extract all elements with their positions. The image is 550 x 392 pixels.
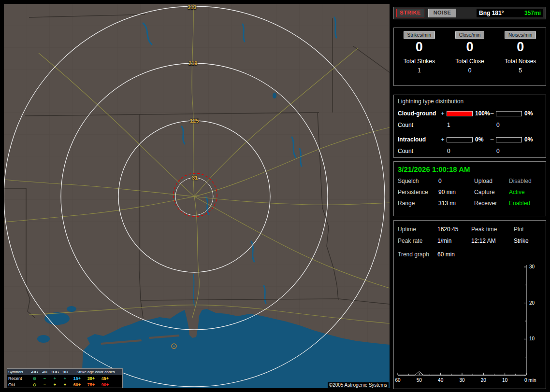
status-row: Squelch 0 Upload Disabled xyxy=(398,178,542,184)
capture-label: Capture xyxy=(474,189,509,196)
datetime-display: 3/21/2026 1:00:18 AM xyxy=(398,165,542,173)
legend-row-label: Old xyxy=(8,382,29,387)
total-noises-label: Total Noises xyxy=(505,58,536,65)
distribution-panel: Lightning type distribution Cloud-ground… xyxy=(393,95,546,158)
range-ring-label: 31 xyxy=(192,175,198,181)
legend-row-label: Recent xyxy=(8,376,29,381)
svg-text:10: 10 xyxy=(502,378,508,383)
receiver-label: Receiver xyxy=(474,200,509,207)
svg-text:20: 20 xyxy=(481,378,487,383)
strikes-per-min-value: 0 xyxy=(416,40,423,55)
neg-cg-icon: ⊖ xyxy=(29,376,40,381)
neg-ic-icon: − xyxy=(40,376,50,381)
noise-button[interactable]: NOISE xyxy=(428,9,456,17)
age-code: 75+ xyxy=(84,382,98,387)
strikes-column: Strikes/min 0 Total Strikes 1 xyxy=(394,31,445,85)
close-per-min-value: 0 xyxy=(466,40,473,55)
age-code: 30+ xyxy=(84,376,98,381)
receiver-value: Enabled xyxy=(509,200,542,207)
legend-recent-row: Recent ⊖ − + + 15+ 30+ 45+ xyxy=(7,375,122,381)
cg-negative-count: 0 xyxy=(494,122,523,128)
minus-sign: – xyxy=(490,136,494,143)
capture-value: Active xyxy=(509,189,542,196)
ic-negative-bar xyxy=(496,137,522,142)
noises-per-min-value: 0 xyxy=(517,40,524,55)
lightning-map[interactable]: 313 219 125 31 Symbols -CG -IC +CG +IC S… xyxy=(4,4,390,388)
persistence-value: 90 min xyxy=(438,189,474,196)
trend-graph: 6050403020100 min302010 xyxy=(395,261,546,389)
range-value: 313 mi xyxy=(438,200,474,207)
neg-cg-icon: ⊖ xyxy=(29,382,40,387)
intracloud-label: Intracloud xyxy=(398,136,440,143)
persistence-label: Persistence xyxy=(398,189,438,196)
intracloud-row: Intracloud + 0% – 0% xyxy=(398,134,542,145)
session-row: Trend graph 60 min xyxy=(398,251,542,258)
cg-negative-bar xyxy=(496,111,522,116)
cg-negative-percent: 0% xyxy=(523,110,539,117)
distribution-title: Lightning type distribution xyxy=(398,98,542,105)
svg-text:60: 60 xyxy=(395,378,401,383)
squelch-label: Squelch xyxy=(398,178,438,184)
svg-text:20: 20 xyxy=(529,300,535,306)
noises-per-min-button[interactable]: Noises/min xyxy=(505,31,536,39)
total-strikes-value: 1 xyxy=(418,67,421,74)
range-ring-label: 125 xyxy=(190,118,199,124)
svg-text:50: 50 xyxy=(417,378,422,383)
peak-rate-label: Peak rate xyxy=(398,238,437,244)
ic-negative-percent: 0% xyxy=(523,136,539,143)
trend-graph-plot: 6050403020100 min302010 xyxy=(395,261,546,389)
status-row: Persistence 90 min Capture Active xyxy=(398,189,542,196)
pos-ic-icon: + xyxy=(60,376,70,381)
total-strikes-label: Total Strikes xyxy=(404,58,435,65)
uptime-value: 1620:45 xyxy=(437,226,471,233)
upload-value: Disabled xyxy=(509,178,542,184)
ic-positive-bar xyxy=(447,137,473,142)
range-ring-label: 313 xyxy=(188,4,196,10)
age-code: 45+ xyxy=(98,376,112,381)
legend-old-row: Old ⊖ − + + 60+ 75+ 90+ xyxy=(7,381,122,388)
rates-panel: Strikes/min 0 Total Strikes 1 Close/min … xyxy=(393,28,546,86)
close-column: Close/min 0 Total Close 0 xyxy=(445,31,495,85)
session-row: Uptime 1620:45 Peak time Plot xyxy=(398,226,542,233)
ic-positive-count: 0 xyxy=(445,148,474,154)
session-panel: Uptime 1620:45 Peak time Plot Peak rate … xyxy=(393,220,546,389)
svg-text:30: 30 xyxy=(529,264,535,269)
age-code: 60+ xyxy=(70,382,84,387)
control-panel: STRIKE NOISE Bng 181° 357mi Strikes/min … xyxy=(393,0,547,392)
range-ring-label: 219 xyxy=(188,60,197,66)
minus-sign: – xyxy=(490,110,494,117)
strike-button[interactable]: STRIKE xyxy=(396,9,424,17)
cg-positive-percent: 100% xyxy=(474,110,490,117)
age-code: 90+ xyxy=(98,382,112,387)
stormvue-window: 313 219 125 31 Symbols -CG -IC +CG +IC S… xyxy=(0,0,550,392)
trend-graph-label: Trend graph xyxy=(398,251,437,258)
legend-type-header: +CG xyxy=(50,370,60,374)
svg-text:40: 40 xyxy=(438,378,444,383)
noises-column: Noises/min 0 Total Noises 5 xyxy=(495,31,546,85)
uptime-label: Uptime xyxy=(398,226,437,233)
strikes-per-min-button[interactable]: Strikes/min xyxy=(404,31,435,39)
status-row: Range 313 mi Receiver Enabled xyxy=(398,200,542,207)
plus-sign: + xyxy=(440,110,445,117)
count-label: Count xyxy=(398,122,440,128)
neg-ic-icon: − xyxy=(40,382,50,387)
legend-age-header: Strike age color codes xyxy=(70,370,121,374)
close-per-min-button[interactable]: Close/min xyxy=(455,31,484,39)
total-close-label: Total Close xyxy=(455,58,484,65)
trend-graph-range: 60 min xyxy=(437,251,471,258)
toolbar: STRIKE NOISE Bng 181° 357mi xyxy=(393,7,546,19)
svg-text:30: 30 xyxy=(459,378,465,383)
legend-type-header: -CG xyxy=(29,370,40,374)
total-noises-value: 5 xyxy=(519,67,522,74)
cg-positive-count: 1 xyxy=(445,122,474,128)
squelch-value: 0 xyxy=(438,178,474,184)
total-close-value: 0 xyxy=(468,67,472,74)
cg-positive-bar xyxy=(447,111,473,116)
peak-time-value: 12:12 AM xyxy=(471,238,514,244)
session-row: Peak rate 1/min 12:12 AM Strike xyxy=(398,238,542,244)
pos-ic-icon: + xyxy=(60,382,70,387)
map-legend: Symbols -CG -IC +CG +IC Strike age color… xyxy=(7,368,123,388)
plus-sign: + xyxy=(440,136,445,143)
legend-type-header: +IC xyxy=(60,370,70,374)
legend-type-header: -IC xyxy=(40,370,50,374)
